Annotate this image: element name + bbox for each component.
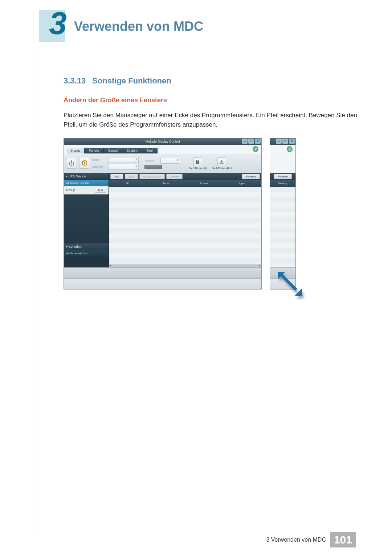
tab-system[interactable]: System <box>122 148 142 153</box>
section-number: 3.3.13 <box>64 76 86 86</box>
column-header-row: ID Type Power Input <box>109 180 261 187</box>
app-window: Multiple Display Control – □ x ? Home Pi… <box>64 138 262 290</box>
ghost-grid-body <box>270 187 295 267</box>
alert-group: 🖥 Fault Device (0) ⚠ Fault Device Alert <box>189 157 232 169</box>
input-label: Input <box>92 158 107 161</box>
ghost-window-controls: – □ x <box>276 139 295 144</box>
minimize-button[interactable]: – <box>242 139 248 144</box>
ghost-maximize-button[interactable]: □ <box>282 139 288 144</box>
col-power[interactable]: Power <box>185 180 223 187</box>
group-row: Group Edit <box>64 186 109 194</box>
svg-line-1 <box>280 274 296 290</box>
grid-area: Add Edit Move & Copy Delete Refresh ID T… <box>109 173 261 267</box>
chapter-number: 3 <box>49 7 67 39</box>
status-strip-1 <box>64 267 261 278</box>
mid-row: LFD Device All Device List (0) Group Edi… <box>64 173 261 267</box>
menu-bar: Home Picture Sound System Tool <box>67 148 158 153</box>
volume-label: Volume <box>144 159 159 162</box>
col-id[interactable]: ID <box>109 180 147 187</box>
app-window-resized-fragment: – □ x ? Refresh Setting <box>270 138 296 290</box>
ghost-column-header: Setting <box>270 180 295 187</box>
ghost-close-button[interactable]: x <box>289 139 295 144</box>
alert-triangle-icon: ⚠ <box>217 157 226 166</box>
tab-tool[interactable]: Tool <box>142 148 158 153</box>
fault-device-label: Fault Device (0) <box>189 167 207 169</box>
volume-apply-button[interactable] <box>144 165 162 169</box>
section-title: Sonstige Funktionen <box>92 76 171 86</box>
ghost-col-setting[interactable]: Setting <box>270 180 295 187</box>
delete-button[interactable]: Delete <box>166 174 183 179</box>
page-number: 101 <box>330 532 356 547</box>
ghost-refresh-button[interactable]: Refresh <box>274 174 292 179</box>
power-on-button[interactable]: ⏻ <box>66 158 77 169</box>
help-icon[interactable]: ? <box>253 146 258 152</box>
ghost-titlebar: – □ x <box>270 138 295 145</box>
chapter-number-box: 3 <box>39 10 65 42</box>
page-left-rule <box>33 10 33 529</box>
tab-home[interactable]: Home <box>67 148 85 153</box>
refresh-button[interactable]: Refresh <box>242 174 260 179</box>
add-button[interactable]: Add <box>110 174 123 179</box>
ghost-help-icon[interactable]: ? <box>287 146 293 152</box>
schedule-list-item[interactable]: All Schedule List <box>64 250 109 257</box>
channel-label: Channel <box>92 165 107 168</box>
all-device-list[interactable]: All Device List (0) <box>64 180 109 186</box>
titlebar: Multiple Display Control – □ x <box>64 138 261 145</box>
grid-toolbar: Add Edit Move & Copy Delete Refresh <box>109 173 261 180</box>
left-panel: LFD Device All Device List (0) Group Edi… <box>64 173 109 267</box>
volume-spinner[interactable] <box>160 158 180 164</box>
ghost-minimize-button[interactable]: – <box>276 139 282 144</box>
ghost-toolbar: Refresh <box>270 173 295 180</box>
section-heading: 3.3.13 Sonstige Funktionen <box>64 76 358 86</box>
fault-device-alert[interactable]: ⚠ Fault Device Alert <box>212 157 232 169</box>
page-footer: 3 Verwenden von MDC 101 <box>266 532 356 547</box>
tab-picture[interactable]: Picture <box>85 148 104 153</box>
power-group: ⏻ ⏼ <box>66 158 90 169</box>
schedule-header[interactable]: Schedule <box>64 243 109 250</box>
window-controls: – □ x <box>242 139 261 144</box>
fault-alert-label: Fault Device Alert <box>212 167 232 169</box>
resize-arrow-callout <box>274 267 306 300</box>
close-button[interactable]: x <box>255 139 261 144</box>
subsection-title: Ändern der Größe eines Fensters <box>64 97 358 104</box>
group-edit-button[interactable]: Edit <box>95 188 106 193</box>
fault-device-count[interactable]: 🖥 Fault Device (0) <box>189 157 207 169</box>
page-content: 3.3.13 Sonstige Funktionen Ändern der Gr… <box>64 76 358 290</box>
input-dropdown[interactable] <box>108 157 139 163</box>
power-off-button[interactable]: ⏼ <box>79 158 90 169</box>
window-title: Multiple Display Control <box>146 140 180 143</box>
edit-button[interactable]: Edit <box>125 174 138 179</box>
col-input[interactable]: Input <box>223 180 261 187</box>
channel-dropdown[interactable] <box>108 164 139 170</box>
chapter-title: Verwenden von MDC <box>74 19 203 34</box>
input-channel-fields: Input Channel <box>92 157 139 170</box>
panel-divider <box>64 194 109 195</box>
maximize-button[interactable]: □ <box>248 139 254 144</box>
chapter-header: 3 Verwenden von MDC <box>39 10 203 42</box>
status-strip-2 <box>64 278 261 289</box>
screenshot-illustration: Multiple Display Control – □ x ? Home Pi… <box>64 138 358 290</box>
lfd-header[interactable]: LFD Device <box>64 173 109 180</box>
ribbon: ⏻ ⏼ Input Channel Volume <box>64 154 261 173</box>
schedule-section: Schedule All Schedule List <box>64 243 109 257</box>
footer-chapter-label: 3 Verwenden von MDC <box>266 537 326 543</box>
grid-body <box>109 187 261 267</box>
monitor-warning-icon: 🖥 <box>193 157 202 166</box>
body-paragraph: Platzieren Sie den Mauszeiger auf einer … <box>64 111 358 130</box>
horizontal-scrollbar[interactable] <box>109 264 261 267</box>
volume-field: Volume <box>144 158 180 169</box>
movecopy-button[interactable]: Move & Copy <box>139 174 165 179</box>
tab-sound[interactable]: Sound <box>104 148 122 153</box>
group-label: Group <box>66 188 75 192</box>
col-type[interactable]: Type <box>147 180 185 187</box>
